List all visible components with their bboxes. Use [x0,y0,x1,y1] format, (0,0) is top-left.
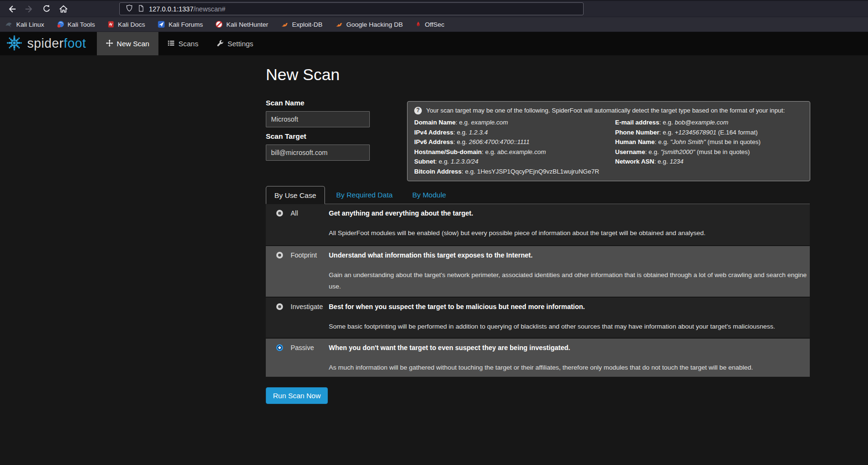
target-type-ipv6: IPv6 Address: e.g. 2606:4700:4700::1111 [414,137,615,147]
use-case-title: Understand what information this target … [329,251,810,259]
use-case-table: All Get anything and everything about th… [266,204,810,377]
use-case-description: Gain an understanding about the target's… [329,269,810,292]
new-scan-move-icon [106,40,113,48]
nav-item-scans[interactable]: Scans [158,32,208,55]
use-case-title: Best for when you suspect the target to … [329,303,810,310]
bookmark-exploit-db[interactable]: Exploit-DB [281,21,323,28]
bookmark-google-hacking-db[interactable]: Google Hacking DB [335,21,403,28]
url-host: 127.0.0.1:1337 [149,5,193,13]
back-icon[interactable] [7,4,17,14]
radio-use-case-footprint[interactable] [276,252,283,258]
google-hacking-db-icon [335,21,343,28]
forward-icon[interactable] [24,4,34,14]
target-type-hostname: Hostname/Sub-domain: e.g. abc.example.co… [414,147,615,157]
target-help-intro: Your scan target may be one of the follo… [426,106,785,115]
target-type-domain: Domain Name: e.g. example.com [414,118,615,128]
run-scan-button[interactable]: Run Scan Now [266,387,328,404]
use-case-description: All SpiderFoot modules will be enabled (… [329,227,810,239]
target-type-email: E-mail address: e.g. bob@example.com [615,118,803,128]
kali-linux-icon [5,21,13,28]
page-title: New Scan [266,65,340,84]
target-types-right-column: E-mail address: e.g. bob@example.com Pho… [615,118,803,176]
kali-forums-icon [157,21,165,28]
bookmark-kali-docs[interactable]: Kali Docs [107,21,145,28]
use-case-name: Passive [291,344,329,377]
bookmarks-bar: Kali Linux Kali Tools Kali Docs Kali For… [0,17,868,32]
home-icon[interactable] [58,4,69,14]
use-case-row-footprint: Footprint Understand what information th… [266,245,810,297]
radio-use-case-passive[interactable] [276,344,283,351]
use-case-title: When you don't want the target to even s… [329,344,810,351]
bookmark-offsec[interactable]: OffSec [415,21,444,28]
browser-toolbar: 127.0.0.1:1337/newscan# [0,0,868,17]
target-help-box: ? Your scan target may be one of the fol… [407,101,810,181]
page-info-icon[interactable] [137,5,145,13]
spiderfoot-navbar: spiderfoot New Scan Scans Settings [0,32,868,55]
question-circle-icon: ? [414,107,422,114]
use-case-name: All [291,209,329,245]
target-type-ipv4: IPv4 Address: e.g. 1.2.3.4 [414,128,615,138]
scan-name-input[interactable] [266,111,370,127]
use-case-description: As much information will be gathered wit… [329,362,810,373]
target-type-bitcoin: Bitcoin Address: e.g. 1HesYJSP1QqcyPEjnQ… [414,167,615,177]
scan-target-input[interactable] [266,145,370,161]
exploit-db-icon [281,21,289,28]
scans-list-icon [167,40,175,48]
kali-tools-icon [57,21,64,28]
target-type-asn: Network ASN: e.g. 1234 [615,157,803,167]
kali-docs-icon [107,21,115,28]
target-type-phone: Phone Number: e.g. +12345678901 (E.164 f… [615,128,803,138]
scan-name-label: Scan Name [266,99,304,107]
brand-text: spiderfoot [27,36,86,51]
use-case-row-passive: Passive When you don't want the target t… [266,338,810,377]
tab-by-use-case[interactable]: By Use Case [266,186,325,204]
settings-wrench-icon [217,40,224,48]
module-selection-tabs: By Use Case By Required Data By Module [266,186,810,204]
scan-target-label: Scan Target [266,132,306,140]
use-case-name: Footprint [291,251,329,297]
spiderfoot-logo-icon [6,34,23,53]
bookmark-kali-linux[interactable]: Kali Linux [5,21,44,28]
offsec-icon [415,21,421,28]
radio-use-case-all[interactable] [276,210,283,217]
spiderfoot-brand[interactable]: spiderfoot [0,32,97,55]
radio-use-case-investigate[interactable] [276,303,283,310]
tab-by-module[interactable]: By Module [404,186,454,204]
target-type-human-name: Human Name: e.g. "John Smith" (must be i… [615,137,803,147]
refresh-icon[interactable] [41,4,52,14]
use-case-name: Investigate [291,303,329,338]
use-case-description: Some basic footprinting will be performe… [329,321,810,332]
nav-item-new-scan[interactable]: New Scan [97,32,158,55]
tab-by-required-data[interactable]: By Required Data [328,186,401,204]
bookmark-kali-tools[interactable]: Kali Tools [57,21,95,28]
url-text: 127.0.0.1:1337/newscan# [149,5,225,13]
use-case-title: Get anything and everything about the ta… [329,209,810,217]
target-type-subnet: Subnet: e.g. 1.2.3.0/24 [414,157,615,167]
target-type-username: Username: e.g. "jsmith2000" (must be in … [615,147,803,157]
bookmark-kali-nethunter[interactable]: Kali NetHunter [215,21,268,28]
bookmark-kali-forums[interactable]: Kali Forums [157,21,203,28]
nav-item-settings[interactable]: Settings [208,32,262,55]
shield-icon[interactable] [125,4,133,13]
use-case-row-all: All Get anything and everything about th… [266,204,810,245]
kali-nethunter-icon [215,21,223,28]
url-path: /newscan# [193,5,225,13]
target-types-left-column: Domain Name: e.g. example.com IPv4 Addre… [414,118,615,176]
url-bar[interactable]: 127.0.0.1:1337/newscan# [119,2,584,15]
use-case-row-investigate: Investigate Best for when you suspect th… [266,297,810,338]
